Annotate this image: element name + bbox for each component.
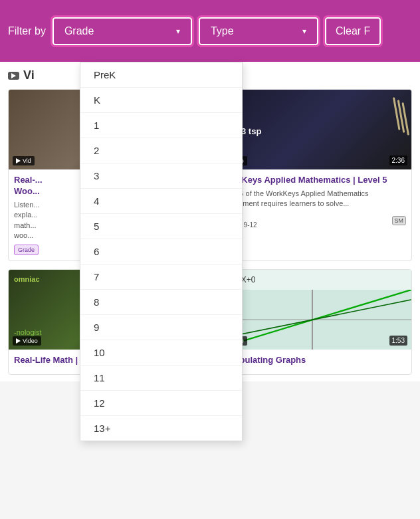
grade-dropdown-label: Grade (64, 25, 94, 37)
grade-option-5[interactable]: 5 (80, 214, 242, 239)
card-4-body: Manipulating Graphs (215, 350, 411, 374)
card-2-meta: KET Grades 9-12 SM (220, 213, 406, 229)
card-4[interactable]: y = ½X+0 Video 1:53 Manipulating Graphs (214, 269, 412, 375)
grade-option-11[interactable]: 11 (80, 365, 242, 391)
card-2-sm-badge: SM (392, 216, 407, 225)
grade-dropdown[interactable]: Grade ▾ (52, 17, 192, 45)
card-2-desc: Level 5 of the WorkKeys Applied Mathemat… (220, 189, 406, 209)
filter-bar: Filter by Grade ▾ Type ▾ Clear F (0, 0, 420, 62)
section-title-text: Vi (23, 68, 35, 82)
grade-option-7[interactable]: 7 (80, 264, 242, 290)
card-2-body: WorkKeys Applied Mathematics | Level 5 L… (215, 169, 411, 234)
card-2-title: WorkKeys Applied Mathematics | Level 5 (220, 175, 406, 186)
grade-option-12[interactable]: 12 (80, 391, 242, 416)
card-3-video-badge: Video (13, 336, 41, 346)
play-icon (11, 73, 16, 78)
section-video-badge (8, 72, 19, 80)
grade-option-4[interactable]: 4 (80, 189, 242, 214)
grade-chevron-icon: ▾ (176, 27, 180, 36)
card-1-badge-label: Vid (23, 157, 31, 164)
card-4-title: Manipulating Graphs (220, 355, 406, 366)
grade-option-9[interactable]: 9 (80, 315, 242, 340)
grade-option-3[interactable]: 3 (80, 163, 242, 189)
type-dropdown[interactable]: Type ▾ (199, 17, 318, 45)
grade-option-2[interactable]: 2 (80, 138, 242, 163)
card-2-duration: 2:36 (389, 156, 407, 165)
grade-dropdown-menu: PreKK12345678910111213+ (80, 62, 243, 441)
card-4-duration: 1:53 (389, 336, 407, 346)
grade-option-1[interactable]: 1 (80, 113, 242, 138)
card-3-badge-label: Video (23, 338, 38, 344)
grade-option-13+[interactable]: 13+ (80, 416, 242, 441)
grade-option-k[interactable]: K (80, 88, 242, 113)
grade-option-6[interactable]: 6 (80, 239, 242, 264)
type-dropdown-label: Type (211, 25, 234, 37)
card-2[interactable]: Video 2:36 bs = 3 tsp WorkKeys Applied M… (214, 89, 412, 261)
grade-option-prek[interactable]: PreK (80, 62, 242, 88)
grade-option-8[interactable]: 8 (80, 290, 242, 315)
clear-button[interactable]: Clear F (325, 17, 381, 45)
card-4-thumbnail: y = ½X+0 Video 1:53 (215, 270, 411, 350)
card-2-thumbnail: Video 2:36 bs = 3 tsp (215, 90, 411, 169)
type-chevron-icon: ▾ (302, 27, 306, 36)
card-1-play-icon (16, 158, 21, 163)
card-1-video-badge: Vid (13, 156, 35, 165)
filter-label: Filter by (8, 25, 46, 37)
grade-option-10[interactable]: 10 (80, 340, 242, 365)
card-1-grade-tag: Grade (14, 245, 39, 255)
card-3-play-icon (16, 338, 21, 344)
